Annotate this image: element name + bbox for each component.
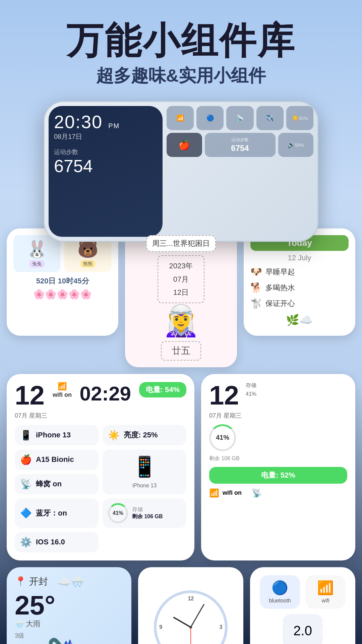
- small-battery: 电量: 52%: [209, 467, 347, 484]
- phone-image-cell: 📱 iPhone 13: [103, 449, 186, 494]
- volume-ctrl[interactable]: 🔊 50%: [278, 133, 314, 157]
- clock-min-hand: [190, 604, 205, 628]
- small-storage-circle: 41%: [209, 424, 236, 451]
- todo-date: 12 July: [250, 254, 349, 262]
- widgets-row3: 📍 开封 ☁️🌨️ 25° 🌧️ 大雨 3级 🌂 12 3 6 9: [7, 567, 355, 644]
- steps-value: 6754: [54, 156, 157, 176]
- bunny-label: 兔兔: [29, 260, 44, 268]
- info-small-right: 存储 41%: [246, 382, 256, 397]
- storage-cell: 41% 存储 剩余 106 GB: [103, 498, 186, 528]
- wifi-ctrl[interactable]: 📶: [167, 106, 194, 130]
- date-sub: 07月 星期三: [15, 412, 47, 420]
- weather-location: 📍 开封 ☁️🌨️: [15, 575, 123, 588]
- steps-label: 运动步数: [54, 148, 157, 156]
- small-storage-rem: 剩余 106 GB: [209, 455, 347, 462]
- widget-clock: 12 3 6 9: [138, 567, 243, 644]
- info-grid: 📱 iPhone 13 ☀️ 亮度: 25% 🍎 A15 Bionic: [15, 425, 186, 552]
- model-value: iPhone 13: [36, 431, 93, 439]
- date-number: 12: [15, 382, 47, 409]
- brightness-row: ☀️ 亮度: 25%: [103, 425, 186, 445]
- brightness-value: 亮度: 25%: [124, 430, 181, 440]
- widgets-row2: 12 07月 星期三 📶 wifi on 02:29 电量: 54% 📱 iPh…: [7, 374, 355, 560]
- info-date-block: 12 07月 星期三: [15, 382, 47, 420]
- app-subtitle: 超多趣味&实用小组件: [0, 64, 362, 88]
- app-title: 万能小组件库: [0, 20, 362, 61]
- watermark: KKTS助手: [320, 627, 355, 637]
- clock-hour-hand: [173, 617, 191, 628]
- model-cell: 📱 iPhone 13: [15, 425, 99, 445]
- wifi-status: 📶 wifi on: [53, 382, 72, 398]
- wifi-icon-btn[interactable]: 📶 wifi: [305, 575, 346, 609]
- widgets-section: 🐰 兔兔 🐻 熊熊 520日 10时45分 🌸🌸🌸🌸🌸 周三...世界犯困日 2…: [0, 228, 362, 644]
- phone-time: 20:30 PM: [54, 111, 157, 132]
- clock-num-3: 3: [219, 624, 222, 630]
- todo-item-1: 🐶 早睡早起: [250, 266, 349, 277]
- clock-center: [189, 626, 192, 629]
- bear-label: 熊熊: [80, 260, 95, 268]
- anime-character: 🧝‍♀️: [162, 303, 200, 338]
- small-wifi-row: 📶 wifi on 📡: [209, 488, 347, 498]
- icon-row-1: 🔵 bluetooth 📶 wifi: [258, 575, 347, 609]
- ios-cell2: ⚙️ IOS 16.0: [15, 532, 99, 552]
- bt-cell: 🔷 蓝牙：on: [15, 498, 99, 528]
- todo-text-2: 多喝热水: [265, 283, 295, 293]
- flowers: 🌸🌸🌸🌸🌸: [13, 289, 112, 300]
- phone-date: 08月17日: [54, 132, 157, 141]
- phone-controls: 📶 🔵 📡 ✈️ ☀️ 81% 🍎 运动步数 6754 🔊 50%: [167, 106, 313, 237]
- phone-mockup: 20:30 PM 08月17日 运动步数 6754 📶 🔵 📡 ✈️ ☀️ 81…: [0, 101, 362, 242]
- clock-num-9: 9: [159, 624, 162, 630]
- weather-desc: 🌧️ 大雨: [15, 619, 123, 629]
- phone-outer-frame: 20:30 PM 08月17日 运动步数 6754 📶 🔵 📡 ✈️ ☀️ 81…: [44, 101, 318, 242]
- info-top: 12 07月 星期三 📶 wifi on 02:29 电量: 54%: [15, 382, 186, 420]
- clock-face: 12 3 6 9: [154, 590, 228, 644]
- clock-sec-hand: [190, 627, 191, 644]
- apple-ctrl[interactable]: 🍎: [167, 133, 202, 157]
- info-small-top: 12 07月 星期三 存储 41%: [209, 382, 347, 420]
- chip-cell: 🍎 A15 Bionic: [15, 449, 99, 470]
- info-small-date-block: 12 07月 星期三: [209, 382, 242, 420]
- speed-display: 2.0: [283, 614, 323, 644]
- widget-animals: 🐰 兔兔 🐻 熊熊 520日 10时45分 🌸🌸🌸🌸🌸: [7, 228, 118, 336]
- todo-decoration: 🌿☁️: [250, 314, 349, 326]
- airplane-ctrl[interactable]: ✈️: [256, 106, 284, 130]
- todo-item-2: 🐕 多喝热水: [250, 282, 349, 293]
- widget-weather: 📍 开封 ☁️🌨️ 25° 🌧️ 大雨 3级 🌂: [7, 567, 131, 644]
- brightness-ctrl[interactable]: ☀️ 81%: [286, 106, 313, 130]
- weather-character: 🌂: [15, 636, 123, 644]
- header: 万能小组件库 超多趣味&实用小组件: [0, 0, 362, 94]
- widget-info-large: 12 07月 星期三 📶 wifi on 02:29 电量: 54% 📱 iPh…: [7, 374, 194, 560]
- widget-info-small: 12 07月 星期三 存储 41% 41% 剩余 106 GB 电量: 52% …: [201, 374, 355, 560]
- clock-num-12: 12: [188, 596, 194, 602]
- bt-icon-btn[interactable]: 🔵 bluetooth: [260, 575, 300, 609]
- storage-circle: 41%: [108, 503, 128, 523]
- todo-text-3: 保证开心: [265, 299, 295, 309]
- info-time: 02:29: [77, 382, 133, 405]
- small-date-num: 12: [209, 382, 242, 409]
- bt-ctrl[interactable]: 🔵: [196, 106, 224, 130]
- lunar-day: 廿五: [161, 341, 201, 361]
- widgets-row1: 🐰 兔兔 🐻 熊熊 520日 10时45分 🌸🌸🌸🌸🌸 周三...世界犯困日 2…: [7, 228, 355, 367]
- widget-todo: Today 12 July 🐶 早睡早起 🐕 多喝热水 🐩 保证开心 🌿☁️: [244, 228, 355, 336]
- ios-cell: 📡 蜂窝 on: [15, 474, 99, 494]
- phone-screen: 20:30 PM 08月17日 运动步数 6754: [49, 106, 163, 237]
- speech-bubble: 周三...世界犯困日: [146, 235, 216, 252]
- todo-text-1: 早睡早起: [265, 267, 295, 277]
- widget-anime: 周三...世界犯困日 2023年 07月 12日 🧝‍♀️ 廿五: [125, 228, 237, 367]
- small-date-sub: 07月 星期三: [209, 412, 242, 420]
- countdown: 520日 10时45分: [13, 276, 112, 286]
- steps-ctrl[interactable]: 运动步数 6754: [205, 133, 276, 157]
- weather-temp: 25°: [15, 592, 123, 619]
- battery-badge: 电量: 54%: [139, 382, 186, 397]
- chip-value: A15 Bionic: [36, 455, 93, 464]
- anime-date-box: 2023年 07月 12日: [158, 255, 204, 303]
- todo-item-3: 🐩 保证开心: [250, 298, 349, 309]
- airdrop-ctrl[interactable]: 📡: [226, 106, 253, 130]
